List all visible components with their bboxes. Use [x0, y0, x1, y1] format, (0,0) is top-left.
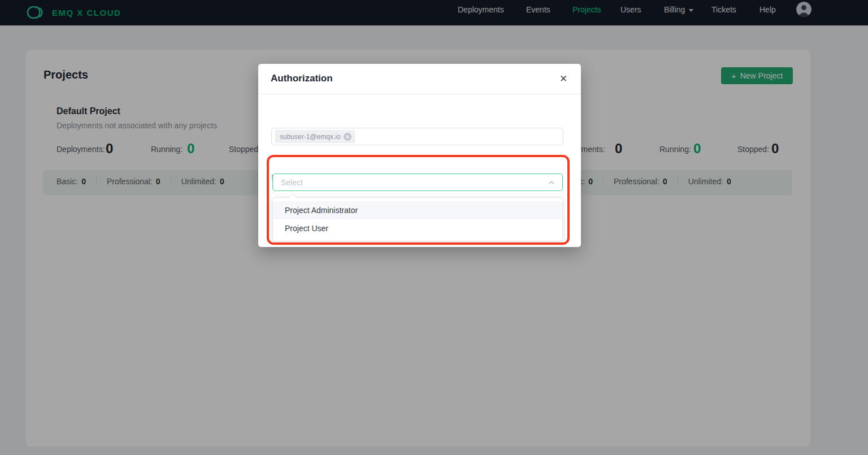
close-button[interactable]: ✕	[557, 72, 570, 85]
chevron-up-icon	[548, 179, 555, 186]
option-project-user[interactable]: Project User	[273, 219, 562, 237]
modal-title: Authorization	[271, 73, 333, 84]
close-icon: ✕	[559, 73, 567, 85]
account-tag: subuser-1@emqx.io	[275, 130, 355, 143]
dropdown-arrow	[289, 193, 298, 202]
sub-accounts-input[interactable]: subuser-1@emqx.io	[271, 128, 563, 145]
roles-select[interactable]: Select	[272, 174, 563, 191]
roles-dropdown: Project Administrator Project User	[272, 197, 563, 241]
authorization-modal: Authorization ✕ Sub Accounts subuser-1@e…	[258, 64, 581, 247]
tag-remove-icon[interactable]	[344, 133, 351, 141]
select-placeholder: Select	[281, 178, 303, 187]
option-project-administrator[interactable]: Project Administrator	[273, 201, 562, 219]
divider	[258, 94, 581, 94]
